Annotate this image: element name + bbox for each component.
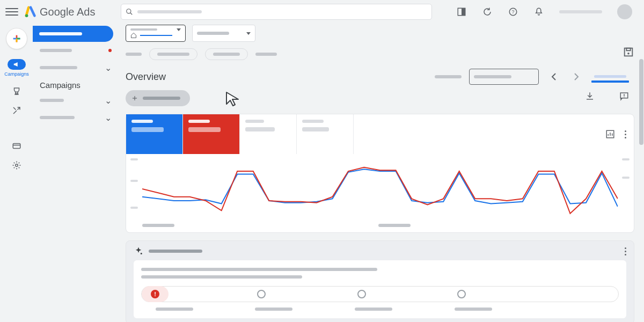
rail-campaigns[interactable]: Campaigns (4, 59, 29, 77)
subnav-active-item[interactable] (33, 26, 113, 42)
step-label (255, 308, 292, 311)
chevron-down-icon (177, 28, 181, 31)
chip-label (126, 53, 142, 56)
alert-dot-icon (108, 49, 112, 52)
rail-campaigns-label: Campaigns (4, 71, 29, 77)
subnav-item[interactable]: ⌄ (33, 59, 118, 76)
date-prev-button[interactable] (546, 69, 561, 84)
chart-x-labels (126, 224, 634, 232)
rail-tools[interactable] (12, 106, 21, 115)
search-input[interactable] (121, 4, 432, 20)
scorecard (126, 114, 634, 233)
brand-name: Google Ads (40, 6, 95, 18)
step-label (355, 308, 392, 311)
svg-line-2 (130, 13, 133, 15)
rail-goals[interactable] (12, 86, 21, 96)
step[interactable] (356, 290, 367, 298)
sparkle-icon (134, 246, 143, 256)
appearance-icon[interactable] (456, 6, 467, 17)
recommendation-text (141, 275, 302, 279)
svg-point-1 (127, 9, 131, 13)
scrollbar[interactable] (639, 24, 644, 322)
scope-selector[interactable] (192, 25, 255, 42)
subnav-item[interactable] (33, 42, 118, 59)
tools-icon (12, 106, 21, 115)
metric-tab-4[interactable] (297, 114, 354, 154)
step-label (156, 308, 193, 311)
top-right-actions: ? (456, 4, 639, 19)
svg-point-13 (16, 164, 18, 167)
date-range-selector[interactable] (469, 69, 539, 85)
subnav-item[interactable]: ⌄ (33, 109, 118, 126)
filter-chip[interactable] (149, 48, 197, 60)
account-selector[interactable] (126, 25, 186, 42)
gear-icon (12, 160, 21, 170)
avatar[interactable] (617, 4, 632, 19)
step[interactable] (256, 290, 267, 298)
metric-tab-2[interactable] (183, 114, 240, 154)
svg-point-23 (624, 97, 625, 98)
account-label (559, 10, 602, 13)
alert-icon: ! (151, 290, 159, 298)
svg-rect-18 (625, 48, 633, 56)
svg-point-20 (627, 53, 630, 55)
recommendation-card: ! (126, 240, 634, 322)
page-title: Overview (126, 71, 166, 83)
step-label (455, 308, 492, 311)
svg-point-17 (141, 253, 142, 254)
help-icon[interactable]: ? (508, 6, 518, 17)
megaphone-icon (8, 59, 26, 70)
download-icon[interactable] (585, 91, 595, 101)
add-filter-button[interactable] (126, 90, 190, 106)
chevron-down-icon (246, 32, 251, 35)
subnav-section-title: Campaigns (33, 76, 118, 92)
feedback-icon[interactable] (619, 91, 629, 101)
svg-text:?: ? (511, 9, 514, 14)
save-icon[interactable] (623, 46, 634, 58)
recommendation-text (141, 268, 377, 271)
chevron-down-icon: ⌄ (105, 63, 112, 73)
product-logo[interactable]: Google Ads (25, 6, 95, 18)
filter-chips (126, 48, 644, 60)
more-menu-icon[interactable] (625, 247, 626, 255)
recommendation-title (149, 250, 202, 253)
metric-tab-1[interactable] (126, 114, 183, 154)
svg-point-0 (25, 14, 28, 18)
chart-settings-icon[interactable] (605, 129, 615, 139)
filter-chip[interactable] (205, 48, 248, 60)
chevron-down-icon: ⌄ (105, 96, 112, 106)
chevron-down-icon: ⌄ (105, 113, 112, 123)
card-icon (12, 141, 21, 151)
metric-tab-3[interactable] (240, 114, 297, 154)
top-bar: Google Ads ? (0, 0, 644, 24)
compare-toggle[interactable] (591, 80, 629, 83)
svg-rect-4 (462, 8, 465, 16)
rail-admin[interactable] (12, 160, 21, 170)
step[interactable] (456, 290, 467, 298)
sub-nav: ⌄ Campaigns ⌄ ⌄ (33, 24, 118, 322)
home-icon (130, 32, 137, 39)
plus-icon (131, 94, 138, 102)
ads-logo-icon (25, 6, 36, 18)
main-content: Overview (118, 24, 644, 322)
date-label (435, 75, 462, 78)
search-placeholder (137, 10, 202, 13)
svg-rect-19 (626, 48, 630, 51)
subnav-item[interactable]: ⌄ (33, 92, 118, 109)
progress-stepper: ! (141, 286, 619, 302)
trophy-icon (12, 86, 21, 96)
date-next-button[interactable] (569, 69, 584, 84)
search-icon (126, 8, 133, 16)
time-series-chart (126, 154, 634, 224)
hamburger-menu-icon[interactable] (5, 8, 18, 16)
chip-label (255, 53, 277, 56)
create-button[interactable] (6, 28, 27, 49)
step-active[interactable]: ! (142, 286, 169, 302)
plus-icon (11, 33, 23, 45)
refresh-icon[interactable] (482, 6, 493, 17)
more-menu-icon[interactable] (625, 130, 626, 138)
rail-billing[interactable] (12, 141, 21, 151)
svg-rect-11 (13, 144, 20, 149)
notifications-icon[interactable] (533, 6, 544, 17)
nav-rail: Campaigns (0, 24, 33, 322)
